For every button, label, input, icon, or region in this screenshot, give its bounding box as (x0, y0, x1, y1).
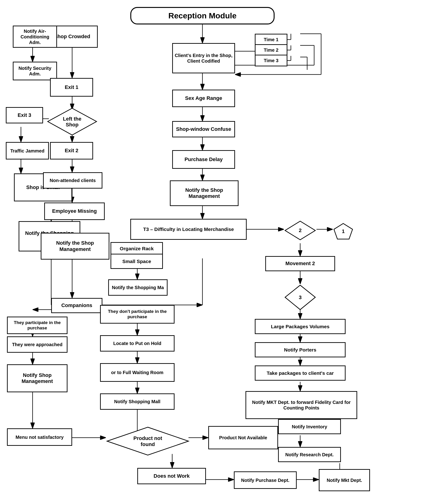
title-node: Reception Module (130, 7, 274, 24)
notify-shop-mgmt-3-node: Notify Shop Management (7, 364, 68, 392)
notify-security-node: Notify Security Adm. (13, 62, 57, 80)
svg-text:Product not: Product not (133, 435, 162, 441)
notify-shopping-mall-2-node: Notify Shopping Mall (100, 393, 175, 410)
time2-node: Time 2 (255, 44, 287, 56)
notify-shop-mgmt-1-node: Notify the Shop Management (170, 180, 238, 206)
pentagon-1-node: 1 (333, 222, 354, 240)
employee-missing-node: Employee Missing (44, 202, 105, 220)
diamond-3-node: 3 (284, 284, 316, 311)
svg-text:2: 2 (299, 227, 302, 233)
svg-marker-77 (107, 427, 189, 455)
notify-shop-mgmt-2-node: Notify the Shop Management (41, 233, 109, 260)
traffic-jammed-node: Traffic Jammed (6, 142, 49, 159)
svg-text:found: found (141, 441, 155, 447)
notify-research-node: Notify Research Dept. (278, 447, 341, 462)
notify-purchase-dept-node: Notify Purchase Dept. (234, 471, 297, 489)
dont-participate-node: They don't participate in the purchase (100, 305, 175, 324)
time3-node: Time 3 (255, 55, 287, 66)
movement2-node: Movement 2 (265, 256, 335, 271)
exit1-node: Exit 1 (50, 78, 93, 97)
shopwindow-node: Shop-window Confuse (172, 121, 235, 137)
svg-text:1: 1 (342, 228, 345, 234)
notify-mkt-dept-node: Notify Mkt Dept. (319, 469, 370, 491)
left-shop-diamond: Left the Shop (46, 107, 98, 136)
organize-rack-node: Organize Rack (111, 242, 163, 255)
large-packages-node: Large Packages Volumes (255, 319, 346, 334)
full-waiting-room-node: or to Full Waiting Room (100, 363, 175, 382)
exit2-node: Exit 2 (50, 142, 93, 159)
svg-text:Left the: Left the (63, 116, 81, 122)
take-packages-node: Take packages to client's car (255, 365, 346, 381)
sex-age-node: Sex Age Range (172, 90, 235, 107)
product-not-available-node: Product Not Available (208, 426, 278, 449)
notify-inventory-node: Notify Inventory (278, 419, 341, 434)
non-attended-node: Non-attended clients (43, 172, 102, 189)
svg-text:Shop: Shop (66, 122, 79, 128)
locate-hold-node: Locate to Put on Hold (100, 335, 175, 351)
small-space-node: Small Space (111, 254, 163, 269)
participate-node: They participate in the purchase (7, 317, 68, 334)
exit3-node: Exit 3 (6, 107, 43, 123)
notify-shopping-ma-node: Notify the Shopping Ma (108, 279, 168, 296)
product-not-found-diamond: Product not found (106, 426, 190, 456)
flowchart-diagram: Reception Module Client's Entry in the S… (0, 0, 427, 504)
does-not-work-node: Does not Work (137, 468, 206, 484)
t3-difficulty-node: T3 – Difficulty in Locating Merchandise (130, 219, 247, 240)
notify-porters-node: Notify Porters (255, 342, 346, 357)
purchase-delay-node: Purchase Delay (172, 150, 235, 169)
svg-text:3: 3 (299, 295, 302, 300)
menu-not-satisfactory-node: Menu not satisfactory (7, 428, 72, 446)
diamond-2-node: 2 (284, 220, 316, 241)
approached-node: They were approached (7, 336, 68, 353)
notify-mkt-node: Notify MKT Dept. to forward Fidelity Car… (245, 391, 357, 419)
time1-node: Time 1 (255, 34, 287, 45)
companions-node: Companions (51, 298, 102, 313)
notify-ac-node: Notify Air-Conditioning Adm. (13, 26, 57, 48)
clients-entry-node: Client's Entry in the Shop, Client Codif… (172, 43, 235, 73)
